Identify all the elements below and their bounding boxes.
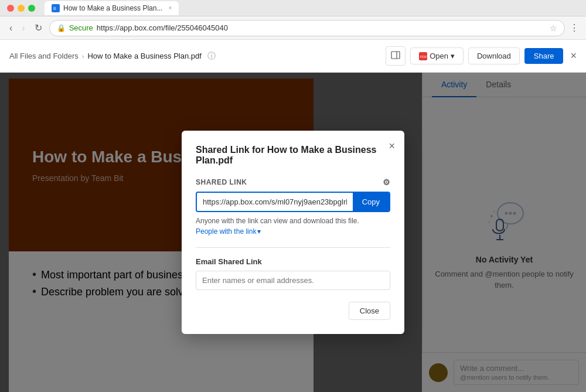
shared-link-label-row: Shared Link ⚙ xyxy=(196,178,390,187)
copy-button[interactable]: Copy xyxy=(353,193,389,211)
address-bar[interactable]: 🔒 Secure https://app.box.com/file/255046… xyxy=(49,20,565,36)
breadcrumb-current-file: How to Make a Business Plan.pdf xyxy=(87,52,201,60)
file-info-icon[interactable]: ⓘ xyxy=(207,51,216,62)
minimize-dot[interactable] xyxy=(18,5,25,12)
download-button[interactable]: Download xyxy=(468,47,520,64)
share-button[interactable]: Share xyxy=(524,48,564,64)
main-content: How to Make a Business Plan Presentation… xyxy=(0,73,586,392)
shared-link-modal: Shared Link for How to Make a Business P… xyxy=(182,131,404,334)
open-chevron-icon: ▾ xyxy=(451,52,455,60)
browser-titlebar: B How to Make a Business Plan... × xyxy=(0,0,586,16)
secure-label: Secure xyxy=(69,23,93,32)
tab-favicon: B xyxy=(52,4,60,12)
breadcrumb: All Files and Folders › How to Make a Bu… xyxy=(9,51,386,62)
maximize-dot[interactable] xyxy=(28,5,35,12)
window-controls xyxy=(7,5,35,12)
modal-close-button[interactable]: × xyxy=(389,140,395,152)
header-actions: PDF Open ▾ Download Share × xyxy=(386,46,577,66)
tab-title: How to Make a Business Plan... xyxy=(63,4,162,12)
people-link-chevron-icon: ▾ xyxy=(257,227,261,236)
bookmark-icon[interactable]: ☆ xyxy=(550,23,557,33)
pdf-icon: PDF xyxy=(419,52,427,60)
email-section-label: Email Shared Link xyxy=(196,257,390,266)
close-panel-button[interactable]: × xyxy=(570,50,577,62)
link-settings-icon[interactable]: ⚙ xyxy=(383,178,391,187)
reload-button[interactable]: ↻ xyxy=(32,20,45,36)
breadcrumb-root[interactable]: All Files and Folders xyxy=(9,52,79,60)
browser-tab[interactable]: B How to Make a Business Plan... × xyxy=(45,1,179,15)
browser-toolbar: ‹ › ↻ 🔒 Secure https://app.box.com/file/… xyxy=(0,16,586,40)
people-with-link[interactable]: People with the link ▾ xyxy=(196,227,390,236)
modal-footer: Close xyxy=(196,302,390,320)
modal-overlay[interactable]: Shared Link for How to Make a Business P… xyxy=(0,73,586,392)
modal-divider xyxy=(196,247,390,248)
open-label: Open xyxy=(430,52,448,60)
shared-link-input[interactable] xyxy=(197,193,353,211)
extensions-icon[interactable]: ⋮ xyxy=(570,22,579,33)
close-dot[interactable] xyxy=(7,5,14,12)
svg-text:PDF: PDF xyxy=(420,55,427,59)
svg-rect-2 xyxy=(391,52,400,59)
link-info-text: Anyone with the link can view and downlo… xyxy=(196,217,390,225)
people-link-label: People with the link xyxy=(196,227,256,236)
toggle-sidebar-button[interactable] xyxy=(386,46,406,66)
open-button[interactable]: PDF Open ▾ xyxy=(410,47,464,64)
modal-close-btn[interactable]: Close xyxy=(349,302,390,320)
svg-text:B: B xyxy=(53,6,56,11)
sidebar-toggle-icon xyxy=(391,50,400,60)
url-text: https://app.box.com/file/255046045040 xyxy=(97,23,546,32)
breadcrumb-separator: › xyxy=(82,53,84,60)
email-input[interactable] xyxy=(196,271,390,290)
modal-title: Shared Link for How to Make a Business P… xyxy=(196,145,390,166)
app-header: All Files and Folders › How to Make a Bu… xyxy=(0,40,586,73)
forward-button[interactable]: › xyxy=(19,21,27,36)
secure-icon: 🔒 xyxy=(57,24,66,32)
shared-link-input-wrap: Copy xyxy=(196,192,390,212)
shared-link-section-label: Shared Link xyxy=(196,178,247,186)
tab-close-button[interactable]: × xyxy=(168,5,172,11)
back-button[interactable]: ‹ xyxy=(7,21,15,36)
